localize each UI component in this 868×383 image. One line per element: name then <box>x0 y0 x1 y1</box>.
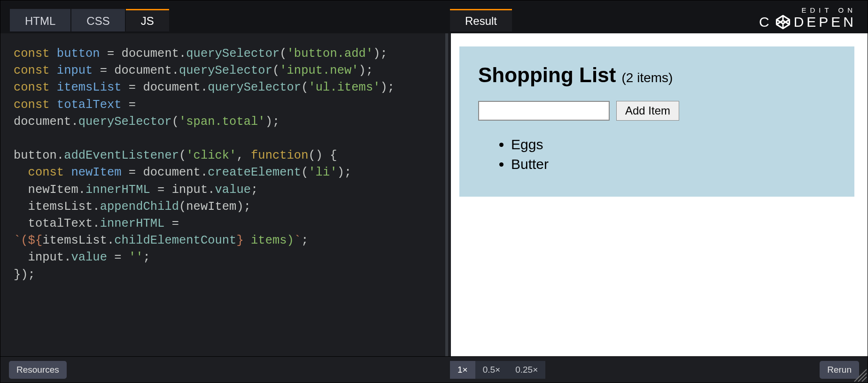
zoom-05x-button[interactable]: 0.5× <box>475 361 508 379</box>
zoom-1x-button[interactable]: 1× <box>450 361 475 379</box>
zoom-025x-button[interactable]: 0.25× <box>508 361 545 379</box>
item-count: (2 items) <box>622 70 673 85</box>
tab-css[interactable]: CSS <box>71 9 124 31</box>
result-preview: Shopping List (2 items) Add Item Eggs Bu… <box>459 46 854 197</box>
tab-js[interactable]: JS <box>126 9 169 31</box>
zoom-controls: 1× 0.5× 0.25× <box>450 361 545 379</box>
add-item-button[interactable]: Add Item <box>616 101 679 121</box>
js-editor-pane[interactable]: const button = document.querySelector('b… <box>0 33 442 356</box>
shopping-list-title: Shopping List (2 items) <box>478 63 673 86</box>
main-split: const button = document.querySelector('b… <box>0 33 868 356</box>
codepen-editor: HTML CSS JS Result EDIT ON C <box>0 0 868 383</box>
bottom-bar: Resources 1× 0.5× 0.25× Rerun <box>0 356 868 383</box>
tab-result[interactable]: Result <box>450 9 512 31</box>
edit-on-label: EDIT ON <box>759 6 856 14</box>
items-list: Eggs Butter <box>478 135 836 174</box>
pane-splitter[interactable] <box>442 33 451 356</box>
top-tab-bar: HTML CSS JS Result EDIT ON C <box>0 0 868 33</box>
codepen-cube-icon <box>775 14 791 30</box>
editor-tabs: HTML CSS JS <box>10 0 169 33</box>
resources-button[interactable]: Resources <box>9 361 67 379</box>
rerun-button[interactable]: Rerun <box>820 361 859 379</box>
new-item-input[interactable] <box>478 101 610 121</box>
tab-html[interactable]: HTML <box>10 9 70 31</box>
result-pane: Shopping List (2 items) Add Item Eggs Bu… <box>451 33 868 356</box>
list-item: Butter <box>511 154 836 174</box>
codepen-logo: C DEPEN <box>759 14 856 30</box>
codepen-brand-link[interactable]: EDIT ON C DEPEN <box>759 6 856 30</box>
code-content[interactable]: const button = document.querySelector('b… <box>14 46 430 283</box>
list-item: Eggs <box>511 135 836 154</box>
